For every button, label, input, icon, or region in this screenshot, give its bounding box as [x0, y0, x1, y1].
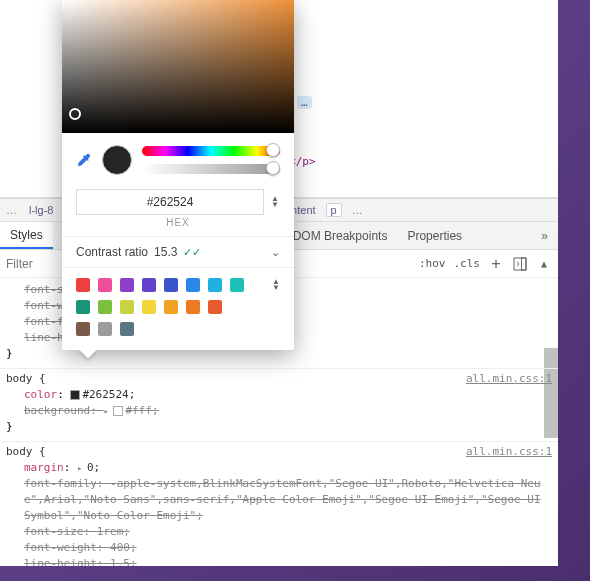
- hex-input[interactable]: [76, 189, 264, 215]
- hue-slider[interactable]: [142, 146, 280, 156]
- css-property[interactable]: font-family: [24, 477, 97, 490]
- source-link[interactable]: all.min.css:1: [466, 371, 552, 387]
- palette-swatch[interactable]: [208, 300, 222, 314]
- palette-swatch[interactable]: [98, 322, 112, 336]
- hue-thumb[interactable]: [266, 143, 280, 157]
- css-value[interactable]: 0;: [87, 461, 100, 474]
- css-value[interactable]: #262524;: [82, 388, 135, 401]
- contrast-row[interactable]: Contrast ratio 15.3 ✓✓ ⌄: [62, 236, 294, 267]
- css-value[interactable]: 400;: [110, 541, 137, 554]
- palette-swatch[interactable]: [164, 300, 178, 314]
- eyedropper-icon[interactable]: [76, 152, 92, 168]
- color-palette: ▲▼: [62, 267, 294, 350]
- css-value[interactable]: -apple-system,BlinkMacSystemFont,"Segoe …: [24, 477, 541, 522]
- palette-swatch[interactable]: [76, 300, 90, 314]
- color-picker: ▲▼ HEX Contrast ratio 15.3 ✓✓ ⌄ ▲▼: [62, 0, 294, 350]
- css-rule: all.min.css:1 body { margin: ▸0; font-fa…: [0, 442, 558, 566]
- palette-swatch[interactable]: [120, 300, 134, 314]
- expand-icon[interactable]: ▸: [77, 460, 87, 476]
- sidebar-toggle-icon[interactable]: [512, 256, 528, 272]
- palette-swatch[interactable]: [120, 278, 134, 292]
- palette-swatch[interactable]: [76, 278, 90, 292]
- contrast-label: Contrast ratio: [76, 245, 148, 259]
- css-property[interactable]: margin: [24, 461, 64, 474]
- tab-styles[interactable]: Styles: [0, 222, 53, 249]
- color-swatch[interactable]: [113, 406, 123, 416]
- alpha-slider[interactable]: [142, 164, 280, 174]
- css-value[interactable]: 1.5;: [110, 557, 137, 566]
- css-property[interactable]: background: [24, 404, 90, 417]
- palette-swatch[interactable]: [142, 278, 156, 292]
- saturation-area[interactable]: [62, 0, 294, 133]
- css-property[interactable]: font-weight: [24, 541, 97, 554]
- tabs-more-icon[interactable]: »: [531, 229, 558, 243]
- source-link[interactable]: all.min.css:1: [466, 444, 552, 460]
- breadcrumb-current[interactable]: p: [326, 203, 342, 217]
- contrast-pass-icon: ✓✓: [183, 246, 201, 259]
- palette-swatch[interactable]: [120, 322, 134, 336]
- breadcrumb-more-right[interactable]: …: [346, 204, 369, 216]
- color-swatch[interactable]: [70, 390, 80, 400]
- chevron-down-icon[interactable]: ⌄: [271, 246, 280, 259]
- contrast-value: 15.3: [154, 245, 177, 259]
- palette-switcher[interactable]: ▲▼: [272, 279, 280, 291]
- css-property[interactable]: line-height: [24, 557, 97, 566]
- format-switcher[interactable]: ▲▼: [270, 196, 280, 208]
- palette-swatch[interactable]: [186, 300, 200, 314]
- new-rule-button[interactable]: +: [488, 256, 504, 272]
- palette-swatch[interactable]: [98, 278, 112, 292]
- hov-button[interactable]: :hov: [419, 257, 446, 270]
- palette-swatch[interactable]: [98, 300, 112, 314]
- palette-swatch[interactable]: [230, 278, 244, 292]
- css-property[interactable]: font-size: [24, 525, 84, 538]
- cls-button[interactable]: .cls: [454, 257, 481, 270]
- breadcrumb-more-left[interactable]: …: [0, 204, 23, 216]
- tab-dom-breakpoints[interactable]: DOM Breakpoints: [283, 222, 398, 249]
- hex-label: HEX: [62, 217, 294, 236]
- css-value[interactable]: #fff;: [125, 404, 158, 417]
- tab-properties[interactable]: Properties: [397, 222, 472, 249]
- svg-rect-0: [514, 258, 526, 270]
- collapse-icon[interactable]: ▲: [536, 256, 552, 272]
- css-property[interactable]: color: [24, 388, 57, 401]
- breadcrumb-item[interactable]: l-lg-8: [23, 204, 59, 216]
- css-value[interactable]: 1rem;: [97, 525, 130, 538]
- palette-swatch[interactable]: [142, 300, 156, 314]
- palette-swatch[interactable]: [76, 322, 90, 336]
- expand-icon[interactable]: ▸: [103, 403, 113, 419]
- current-color-swatch: [102, 145, 132, 175]
- palette-swatch[interactable]: [208, 278, 222, 292]
- css-rule: all.min.css:1 body { color: #262524; bac…: [0, 369, 558, 442]
- alpha-thumb[interactable]: [266, 161, 280, 175]
- saturation-cursor[interactable]: [69, 108, 81, 120]
- palette-swatch[interactable]: [186, 278, 200, 292]
- selected-indicator: …: [297, 96, 312, 109]
- palette-swatch[interactable]: [164, 278, 178, 292]
- svg-rect-1: [522, 258, 527, 270]
